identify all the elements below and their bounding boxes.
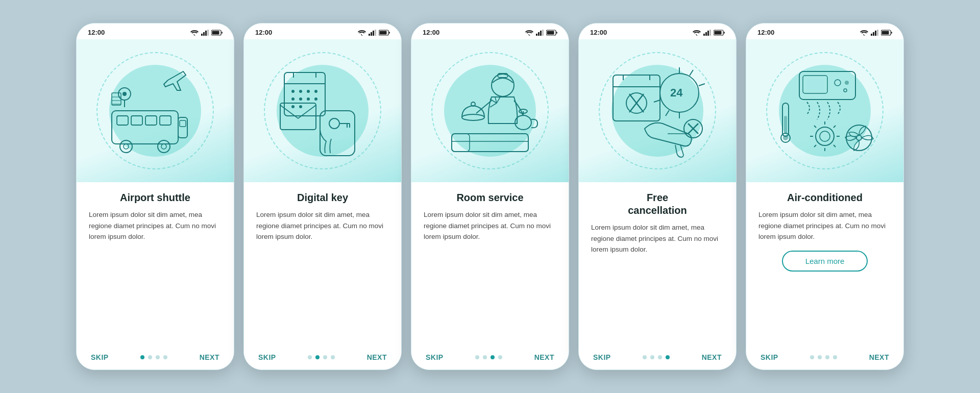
dot-4-3 xyxy=(658,355,662,359)
dots-4 xyxy=(643,355,670,359)
svg-rect-67 xyxy=(707,31,709,36)
card-title-1: Airport shuttle xyxy=(89,191,222,204)
svg-point-94 xyxy=(845,81,849,85)
status-icons-1 xyxy=(190,30,223,36)
svg-line-106 xyxy=(814,126,816,128)
svg-point-18 xyxy=(122,92,127,96)
bottom-nav-1: SKIP NEXT xyxy=(77,348,234,370)
svg-point-14 xyxy=(124,144,129,149)
card-body-5: Lorem ipsum dolor sit dim amet, mea regi… xyxy=(758,209,891,242)
status-bar-4: 12:00 xyxy=(579,23,736,39)
skip-button-5[interactable]: SKIP xyxy=(761,353,778,361)
svg-rect-12 xyxy=(180,120,186,127)
svg-rect-9 xyxy=(145,116,157,125)
svg-rect-86 xyxy=(875,31,876,36)
svg-rect-24 xyxy=(369,34,370,36)
svg-rect-84 xyxy=(871,34,872,36)
svg-rect-10 xyxy=(160,116,171,125)
dot-1-1 xyxy=(140,355,144,359)
svg-point-100 xyxy=(816,127,834,145)
dot-1-3 xyxy=(156,355,160,359)
svg-point-95 xyxy=(844,89,847,92)
svg-rect-52 xyxy=(538,32,540,36)
dot-5-4 xyxy=(833,355,837,359)
svg-rect-70 xyxy=(715,31,722,34)
status-time-2: 12:00 xyxy=(255,29,272,36)
svg-rect-1 xyxy=(203,32,205,36)
next-button-3[interactable]: NEXT xyxy=(534,353,554,361)
dot-5-3 xyxy=(825,355,829,359)
svg-point-41 xyxy=(314,97,317,101)
wifi-icon-5 xyxy=(860,30,868,36)
wifi-icon-4 xyxy=(693,30,701,36)
screens-container: 12:00 xyxy=(76,23,904,370)
card-title-2: Digital key xyxy=(256,191,389,204)
status-bar-3: 12:00 xyxy=(411,23,569,39)
phone-frame-airport-shuttle: 12:00 xyxy=(76,23,234,370)
status-icons-3 xyxy=(525,30,557,36)
status-time-1: 12:00 xyxy=(88,29,105,36)
next-button-2[interactable]: NEXT xyxy=(367,353,387,361)
dot-3-3 xyxy=(491,355,495,359)
card-title-4: Free cancellation xyxy=(591,191,724,217)
svg-line-107 xyxy=(834,145,836,147)
svg-point-39 xyxy=(299,97,302,101)
dot-2-1 xyxy=(308,355,312,359)
svg-rect-7 xyxy=(117,116,128,125)
svg-rect-85 xyxy=(873,32,874,36)
card-body-1: Lorem ipsum dolor sit dim amet, mea regi… xyxy=(89,209,222,242)
svg-rect-71 xyxy=(613,75,660,121)
status-icons-4 xyxy=(693,30,725,36)
skip-button-4[interactable]: SKIP xyxy=(593,353,611,361)
svg-point-34 xyxy=(291,90,295,93)
svg-rect-54 xyxy=(542,30,544,36)
status-icons-5 xyxy=(860,30,892,36)
svg-rect-66 xyxy=(705,32,707,36)
svg-rect-65 xyxy=(703,34,705,36)
wifi-icon-2 xyxy=(358,30,366,36)
svg-rect-2 xyxy=(205,31,207,36)
battery-icon-1 xyxy=(211,30,223,36)
phone-frame-air-conditioned: 12:00 xyxy=(746,23,904,370)
illustration-free-cancellation: 24 xyxy=(579,39,736,182)
svg-point-40 xyxy=(307,97,310,101)
skip-button-2[interactable]: SKIP xyxy=(258,353,276,361)
illustration-air-conditioned xyxy=(746,39,903,182)
svg-rect-51 xyxy=(536,34,537,36)
phone-frame-free-cancellation: 12:00 24 xyxy=(578,23,737,370)
svg-point-36 xyxy=(307,90,310,93)
svg-rect-8 xyxy=(131,116,142,125)
status-bar-5: 12:00 xyxy=(746,23,903,39)
svg-point-35 xyxy=(299,90,302,93)
svg-point-13 xyxy=(120,140,132,153)
skip-button-3[interactable]: SKIP xyxy=(426,353,444,361)
airport-shuttle-svg xyxy=(102,62,209,159)
status-time-4: 12:00 xyxy=(590,29,607,36)
svg-rect-25 xyxy=(371,32,372,36)
signal-icon-2 xyxy=(369,30,376,36)
status-time-3: 12:00 xyxy=(423,29,439,36)
next-button-4[interactable]: NEXT xyxy=(702,353,722,361)
svg-rect-63 xyxy=(452,134,528,152)
dot-2-2 xyxy=(315,355,320,359)
dot-4-2 xyxy=(650,355,654,359)
svg-rect-53 xyxy=(540,31,542,36)
svg-rect-0 xyxy=(201,34,203,36)
learn-more-button[interactable]: Learn more xyxy=(782,251,868,272)
free-cancellation-svg: 24 xyxy=(604,62,711,159)
status-bar-2: 12:00 xyxy=(244,23,401,39)
next-button-5[interactable]: NEXT xyxy=(869,353,889,361)
dot-1-2 xyxy=(148,355,152,359)
bottom-nav-2: SKIP NEXT xyxy=(244,348,401,370)
svg-point-37 xyxy=(314,90,317,93)
dot-2-3 xyxy=(323,355,327,359)
svg-rect-26 xyxy=(373,31,374,36)
battery-icon-4 xyxy=(714,30,725,36)
status-icons-2 xyxy=(358,30,390,36)
next-button-1[interactable]: NEXT xyxy=(200,353,219,361)
content-airport-shuttle: Airport shuttle Lorem ipsum dolor sit di… xyxy=(77,182,234,348)
svg-point-15 xyxy=(158,140,170,153)
skip-button-1[interactable]: SKIP xyxy=(91,353,109,361)
phone-frame-room-service: 12:00 xyxy=(411,23,569,370)
svg-point-110 xyxy=(846,125,872,151)
